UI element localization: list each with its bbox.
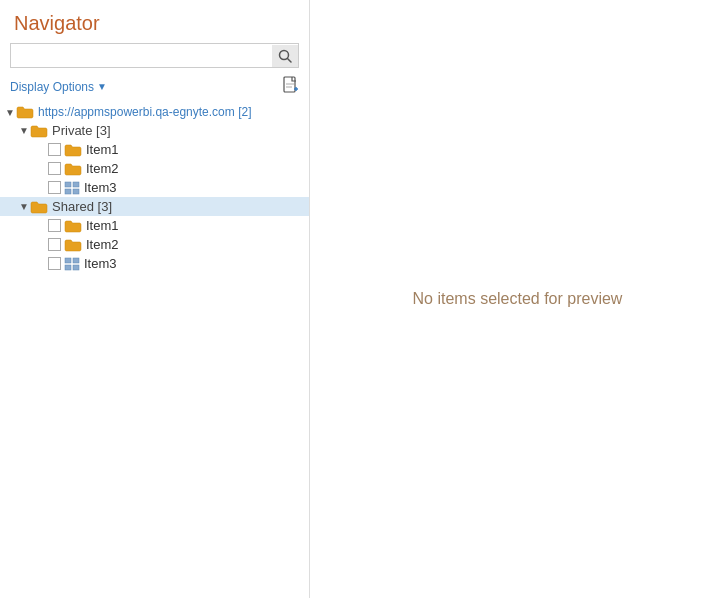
grid-icon [64,181,80,195]
svg-line-1 [288,58,292,62]
item-label: Item1 [86,218,119,233]
panel-title: Navigator [0,0,309,43]
collapse-arrow-private[interactable]: ▼ [18,125,30,136]
item-label: Item3 [84,180,117,195]
folder-icon-shared [30,200,48,214]
shared-label: Shared [3] [52,199,112,214]
no-preview-message: No items selected for preview [413,290,623,308]
item-label: Item1 [86,142,119,157]
svg-rect-14 [73,265,79,270]
file-tree: ▼ https://appmspowerbi.qa-egnyte.com [2]… [0,103,309,598]
folder-icon [64,238,82,252]
new-file-icon[interactable] [283,76,299,97]
folder-icon-private [30,124,48,138]
display-options-label: Display Options [10,80,94,94]
list-item[interactable]: Item3 [0,254,309,273]
display-options-button[interactable]: Display Options ▼ [10,80,107,94]
list-item[interactable]: Item1 [0,140,309,159]
checkbox-private-item2[interactable] [48,162,61,175]
item-label: Item3 [84,256,117,271]
svg-rect-13 [65,265,71,270]
checkbox-shared-item2[interactable] [48,238,61,251]
checkbox-shared-item1[interactable] [48,219,61,232]
svg-rect-12 [73,258,79,263]
svg-rect-8 [73,182,79,187]
list-item[interactable]: Item3 [0,178,309,197]
list-item[interactable]: Item1 [0,216,309,235]
folder-icon-root [16,105,34,119]
tree-root-node[interactable]: ▼ https://appmspowerbi.qa-egnyte.com [2] [0,103,309,121]
svg-rect-7 [65,182,71,187]
svg-rect-10 [73,189,79,194]
list-item[interactable]: Item2 [0,235,309,254]
checkbox-private-item3[interactable] [48,181,61,194]
folder-icon [64,162,82,176]
grid-icon [64,257,80,271]
collapse-arrow-shared[interactable]: ▼ [18,201,30,212]
toolbar-row: Display Options ▼ [0,74,309,103]
search-icon[interactable] [272,45,298,67]
collapse-arrow-root[interactable]: ▼ [4,107,16,118]
tree-section-private[interactable]: ▼ Private [3] [0,121,309,140]
checkbox-private-item1[interactable] [48,143,61,156]
private-label: Private [3] [52,123,111,138]
item-label: Item2 [86,161,119,176]
tree-section-shared[interactable]: ▼ Shared [3] [0,197,309,216]
chevron-down-icon: ▼ [97,81,107,92]
list-item[interactable]: Item2 [0,159,309,178]
svg-rect-11 [65,258,71,263]
folder-icon [64,143,82,157]
search-bar [10,43,299,68]
svg-rect-9 [65,189,71,194]
item-label: Item2 [86,237,119,252]
tree-root-label: https://appmspowerbi.qa-egnyte.com [2] [38,105,251,119]
folder-icon [64,219,82,233]
checkbox-shared-item3[interactable] [48,257,61,270]
left-panel: Navigator Display Options ▼ [0,0,310,598]
preview-panel: No items selected for preview [310,0,725,598]
search-input[interactable] [11,44,272,67]
